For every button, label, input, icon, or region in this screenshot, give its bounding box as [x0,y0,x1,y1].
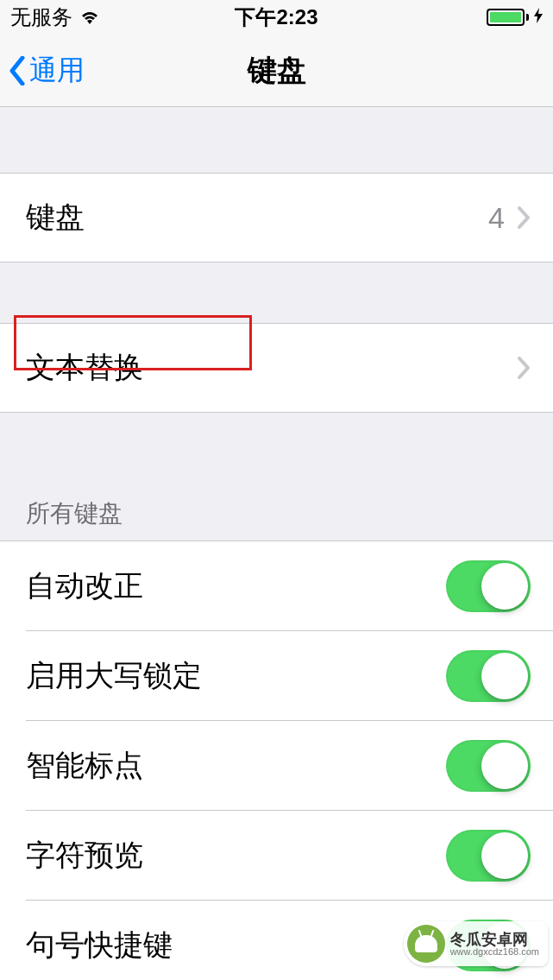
chevron-right-icon [517,205,531,230]
toggle-switch[interactable] [446,560,531,612]
keyboards-count: 4 [488,201,505,235]
toggle-switch[interactable] [446,830,531,882]
toggle-row-auto-correction: 自动改正 [0,541,553,631]
keyboards-row[interactable]: 键盘 4 [0,173,553,262]
battery-icon [487,9,529,26]
text-replacement-row[interactable]: 文本替换 [0,323,553,413]
toggle-label: 自动改正 [26,566,143,606]
carrier-text: 无服务 [10,3,72,31]
nav-bar: 通用 键盘 [0,35,553,107]
keyboards-label: 键盘 [26,198,85,237]
wifi-icon [79,9,100,26]
section-header-all-keyboards: 所有键盘 [0,497,553,541]
toggle-row-character-preview: 字符预览 [0,811,553,901]
toggle-label: 字符预览 [26,836,143,876]
page-title: 键盘 [248,51,306,91]
toggle-row-smart-punctuation: 智能标点 [0,721,553,811]
toggle-switch[interactable] [446,740,531,792]
toggle-label: 启用大写锁定 [26,656,202,696]
back-button[interactable]: 通用 [0,52,85,90]
watermark-logo-icon [407,925,445,963]
watermark: 冬瓜安卓网 www.dgxcdz168.com [404,921,548,966]
text-replacement-label: 文本替换 [26,348,143,388]
status-bar: 无服务 下午2:23 [0,0,553,35]
toggle-label: 智能标点 [26,746,143,786]
toggle-group: 自动改正 启用大写锁定 智能标点 字符预览 句号快捷键 [0,541,553,980]
watermark-url: www.dgxcdz168.com [450,947,539,957]
toggle-row-caps-lock: 启用大写锁定 [0,631,553,721]
watermark-title: 冬瓜安卓网 [450,932,539,947]
status-time: 下午2:23 [235,3,317,31]
toggle-switch[interactable] [446,650,531,702]
back-label: 通用 [29,52,85,90]
chevron-left-icon [9,56,26,85]
toggle-label: 句号快捷键 [26,926,173,965]
chevron-right-icon [517,356,531,380]
charging-icon [534,8,543,28]
